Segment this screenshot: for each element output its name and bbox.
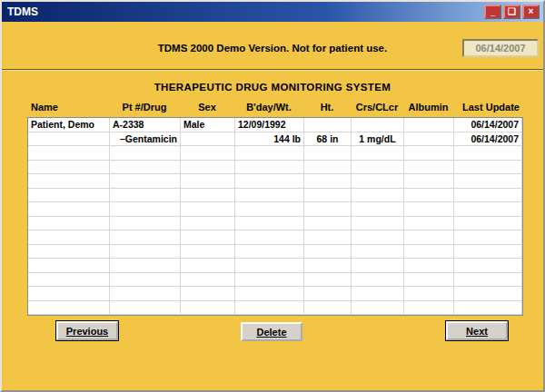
grid-cell-empty [404, 287, 454, 301]
grid-cell-empty [304, 230, 352, 245]
column-headers: Name Pt #/Drug Sex B'day/Wt. Ht. Crs/CLc… [27, 102, 521, 113]
grid-cell-empty [181, 161, 235, 175]
table-row-empty [28, 202, 522, 217]
grid-cell-empty [235, 301, 304, 316]
grid-cell-empty [235, 189, 304, 203]
grid-cell-empty [110, 174, 181, 189]
delete-button[interactable]: Delete [241, 322, 302, 341]
grid-cell-empty [110, 301, 181, 316]
grid-cell-empty [352, 245, 404, 260]
grid-cell-empty [454, 161, 522, 175]
separator-line [2, 69, 545, 70]
grid-cell-empty [454, 287, 522, 301]
previous-button[interactable]: Previous [56, 321, 118, 340]
close-icon[interactable]: × [522, 5, 540, 19]
grid-cell-empty [235, 202, 304, 217]
page-title: THERAPEUTIC DRUG MONITORING SYSTEM [2, 82, 543, 93]
grid-cell-empty [28, 174, 110, 189]
grid-cell-empty [28, 245, 110, 260]
grid-cell-empty [181, 174, 235, 189]
grid-cell-empty [181, 245, 235, 260]
grid-cell-empty [352, 161, 404, 175]
table-row-empty [28, 189, 522, 203]
grid-cell-empty [454, 245, 522, 260]
grid-cell-empty [28, 161, 110, 175]
grid-cell-empty [235, 146, 304, 161]
grid-cell-empty [110, 245, 181, 260]
grid-cell-empty [304, 273, 352, 288]
grid-cell-empty [304, 202, 352, 217]
grid-cell-empty [110, 217, 181, 231]
grid-cell-empty [454, 230, 522, 245]
grid-cell-empty [304, 217, 352, 231]
table-row[interactable]: Patient, Demo A-2338 Male 12/09/1992 06/… [28, 118, 522, 132]
grid-cell-empty [404, 217, 454, 231]
grid-cell-empty [110, 161, 181, 175]
title-bar: TDMS _ ❏ × [2, 2, 543, 22]
grid-cell-empty [352, 259, 404, 273]
grid-cell-empty [454, 174, 522, 189]
grid-cell-empty [110, 146, 181, 161]
grid-cell-empty [304, 146, 352, 161]
grid-cell-empty [28, 287, 110, 301]
cell-bday-wt: 12/09/1992 [235, 118, 304, 132]
grid-cell-empty [28, 217, 110, 231]
grid-cell-empty [454, 189, 522, 203]
grid-cell-empty [404, 273, 454, 288]
cell-albumin [404, 132, 454, 147]
grid-cell-empty [352, 202, 404, 217]
table-row-empty [28, 287, 522, 301]
grid-cell-empty [352, 189, 404, 203]
grid-cell-empty [352, 174, 404, 189]
grid-cell-empty [235, 259, 304, 273]
column-header-sex: Sex [180, 102, 234, 113]
column-header-ht: Ht. [303, 102, 351, 113]
grid-cell-empty [28, 301, 110, 316]
grid-cell-empty [304, 287, 352, 301]
cell-pt-drug: A-2338 [110, 118, 181, 132]
grid-cell-empty [28, 259, 110, 273]
table-row-empty [28, 230, 522, 245]
grid-cell-empty [181, 259, 235, 273]
grid-cell-empty [404, 189, 454, 203]
grid-cell-empty [235, 174, 304, 189]
date-field: 06/14/2007 [462, 39, 539, 57]
cell-sex [181, 132, 235, 147]
grid-cell-empty [304, 259, 352, 273]
table-row-empty [28, 273, 522, 288]
grid-cell-empty [181, 146, 235, 161]
grid-cell-empty [28, 273, 110, 288]
minimize-icon[interactable]: _ [484, 5, 501, 19]
table-row-empty [28, 301, 522, 316]
table-row-empty [28, 217, 522, 231]
table-row-empty [28, 146, 522, 161]
maximize-icon[interactable]: ❏ [503, 5, 520, 19]
cell-bday-wt: 144 lb [235, 132, 304, 147]
column-header-last-update: Last Update [453, 102, 521, 113]
cell-pt-drug: –Gentamicin [110, 132, 181, 147]
grid-cell-empty [404, 230, 454, 245]
grid-cell-empty [404, 174, 454, 189]
grid-cell-empty [181, 189, 235, 203]
grid-cell-empty [181, 273, 235, 288]
grid-cell-empty [454, 273, 522, 288]
cell-name: Patient, Demo [28, 118, 110, 132]
column-header-name: Name [27, 102, 109, 113]
grid-cell-empty [110, 189, 181, 203]
grid-cell-empty [28, 189, 110, 203]
cell-last-update: 06/14/2007 [454, 118, 522, 132]
cell-ht: 68 in [304, 132, 352, 147]
grid-cell-empty [28, 146, 110, 161]
column-header-pt-drug: Pt #/Drug [109, 102, 180, 113]
table-row[interactable]: –Gentamicin 144 lb 68 in 1 mg/dL 06/14/2… [28, 132, 522, 147]
grid-cell-empty [110, 273, 181, 288]
table-row-empty [28, 174, 522, 189]
grid-cell-empty [235, 217, 304, 231]
column-header-bday-wt: B'day/Wt. [234, 102, 303, 113]
cell-ht [304, 118, 352, 132]
grid-cell-empty [28, 230, 110, 245]
grid-cell-empty [110, 230, 181, 245]
next-button[interactable]: Next [446, 321, 508, 340]
grid-cell-empty [454, 259, 522, 273]
grid-cell-empty [235, 245, 304, 260]
